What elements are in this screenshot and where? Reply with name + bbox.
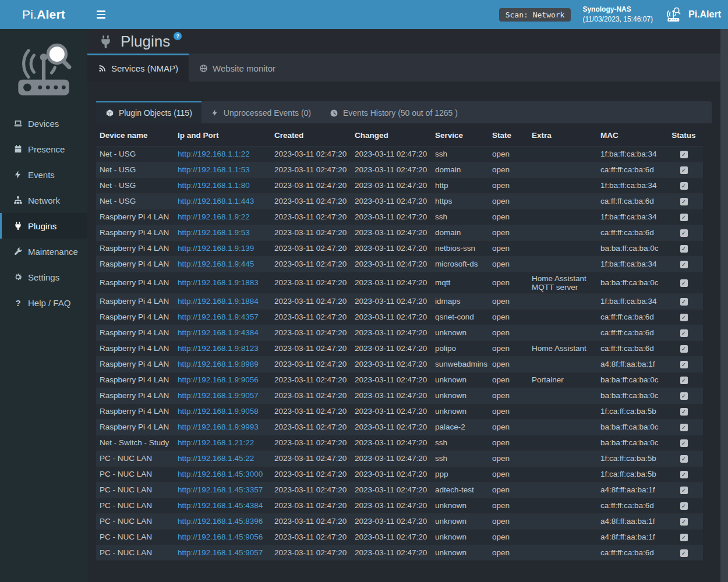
table-row[interactable]: Raspberry Pi 4 LAN http://192.168.1.9:18… (96, 293, 703, 309)
ip-port-link[interactable]: http://192.168.1.9:8989 (178, 360, 259, 368)
status-checkbox[interactable]: ✓ (680, 439, 688, 447)
status-checkbox[interactable]: ✓ (680, 377, 688, 384)
status-checkbox[interactable]: ✓ (680, 261, 688, 268)
cell-created: 2023-03-11 02:47:20 (271, 545, 351, 560)
ip-port-link[interactable]: http://192.168.1.9:445 (178, 260, 254, 268)
ip-port-link[interactable]: http://192.168.1.21:22 (178, 438, 254, 447)
status-checkbox[interactable]: ✓ (680, 345, 688, 353)
ip-port-link[interactable]: http://192.168.1.9:139 (178, 244, 254, 253)
table-row[interactable]: Raspberry Pi 4 LAN http://192.168.1.9:90… (96, 403, 703, 419)
status-checkbox[interactable]: ✓ (680, 166, 688, 174)
status-checkbox[interactable]: ✓ (680, 151, 688, 158)
status-checkbox[interactable]: ✓ (680, 279, 688, 287)
table-row[interactable]: Net - USG http://192.168.1.1:53 2023-03-… (96, 162, 703, 178)
help-badge[interactable]: ? (174, 32, 182, 40)
table-row[interactable]: Raspberry Pi 4 LAN http://192.168.1.9:44… (96, 256, 703, 272)
ip-port-link[interactable]: http://192.168.1.9:1883 (178, 278, 259, 287)
table-row[interactable]: PC - NUC LAN http://192.168.1.45:4384 20… (96, 498, 703, 513)
ip-port-link[interactable]: http://192.168.1.45:3000 (178, 470, 263, 478)
sidebar-item-devices[interactable]: Devices (0, 111, 87, 136)
status-checkbox[interactable]: ✓ (680, 534, 688, 541)
status-checkbox[interactable]: ✓ (680, 549, 688, 557)
brand-link[interactable]: Pi.Alert (665, 6, 721, 23)
table-row[interactable]: Net - USG http://192.168.1.1:22 2023-03-… (96, 146, 703, 162)
table-row[interactable]: Net - USG http://192.168.1.1:80 2023-03-… (96, 178, 703, 193)
status-checkbox[interactable]: ✓ (680, 518, 688, 526)
sidebar-item-network[interactable]: Network (0, 187, 87, 213)
ip-port-link[interactable]: http://192.168.1.9:53 (178, 228, 250, 237)
sidebar-item-help-faq[interactable]: ? Help / FAQ (0, 290, 87, 315)
status-checkbox[interactable]: ✓ (680, 392, 688, 400)
status-checkbox[interactable]: ✓ (680, 229, 688, 237)
table-row[interactable]: Raspberry Pi 4 LAN http://192.168.1.9:53… (96, 225, 703, 240)
table-row[interactable]: Raspberry Pi 4 LAN http://192.168.1.9:43… (96, 309, 703, 325)
table-row[interactable]: Raspberry Pi 4 LAN http://192.168.1.9:43… (96, 325, 703, 340)
sidebar-item-settings[interactable]: Settings (0, 264, 87, 290)
status-checkbox[interactable]: ✓ (680, 487, 688, 494)
status-checkbox[interactable]: ✓ (680, 408, 688, 416)
ip-port-link[interactable]: http://192.168.1.45:22 (178, 454, 254, 463)
table-row[interactable]: PC - NUC LAN http://192.168.1.45:3000 20… (96, 466, 703, 482)
subtab-events-history[interactable]: Events History (50 out of 1265 ) (320, 101, 467, 123)
ip-port-link[interactable]: http://192.168.1.9:22 (178, 212, 250, 221)
ip-port-link[interactable]: http://192.168.1.1:22 (178, 150, 250, 158)
table-row[interactable]: Raspberry Pi 4 LAN http://192.168.1.9:99… (96, 419, 703, 435)
table-row[interactable]: Raspberry Pi 4 LAN http://192.168.1.9:18… (96, 272, 703, 293)
status-checkbox[interactable]: ✓ (680, 198, 688, 205)
status-checkbox[interactable]: ✓ (680, 361, 688, 368)
sidebar-toggle-button[interactable] (87, 0, 114, 29)
table-row[interactable]: PC - NUC LAN http://192.168.1.45:9057 20… (96, 545, 703, 560)
table-row[interactable]: Net - Switch - Study http://192.168.1.21… (96, 435, 703, 450)
ip-port-link[interactable]: http://192.168.1.9:9056 (178, 375, 259, 384)
status-checkbox[interactable]: ✓ (680, 455, 688, 463)
ip-port-link[interactable]: http://192.168.1.9:9058 (178, 407, 259, 416)
ip-port-link[interactable]: http://192.168.1.45:9057 (178, 548, 263, 557)
status-checkbox[interactable]: ✓ (680, 502, 688, 510)
subtab-plugin-objects[interactable]: Plugin Objects (115) (96, 101, 202, 123)
vertical-scrollbar[interactable] (720, 29, 728, 582)
table-row[interactable]: PC - NUC LAN http://192.168.1.45:9056 20… (96, 529, 703, 545)
ip-port-link[interactable]: http://192.168.1.45:9056 (178, 533, 263, 541)
ip-port-link[interactable]: http://192.168.1.45:4384 (178, 501, 263, 510)
tab-services-nmap[interactable]: Services (NMAP) (87, 54, 189, 81)
ip-port-link[interactable]: http://192.168.1.9:4357 (178, 313, 259, 321)
table-row[interactable]: Net - USG http://192.168.1.1:443 2023-03… (96, 193, 703, 209)
sidebar-item-plugins[interactable]: Plugins (0, 213, 87, 239)
ip-port-link[interactable]: http://192.168.1.9:1884 (178, 297, 259, 306)
table-row[interactable]: PC - NUC LAN http://192.168.1.45:22 2023… (96, 450, 703, 466)
table-row[interactable]: Raspberry Pi 4 LAN http://192.168.1.9:81… (96, 340, 703, 356)
status-checkbox[interactable]: ✓ (680, 245, 688, 253)
app-logo[interactable]: Pi.Alert (0, 0, 87, 29)
table-row[interactable]: Raspberry Pi 4 LAN http://192.168.1.9:13… (96, 240, 703, 256)
cell-mac: a4:8f:ff:aa:ba:1f (597, 356, 665, 372)
table-row[interactable]: PC - NUC LAN http://192.168.1.45:3357 20… (96, 482, 703, 498)
ip-port-link[interactable]: http://192.168.1.1:443 (178, 197, 254, 205)
status-checkbox[interactable]: ✓ (680, 298, 688, 306)
table-row[interactable]: Raspberry Pi 4 LAN http://192.168.1.9:90… (96, 388, 703, 403)
ip-port-link[interactable]: http://192.168.1.9:4384 (178, 328, 259, 337)
cell-service: ssh (432, 209, 489, 225)
ip-port-link[interactable]: http://192.168.1.1:53 (178, 165, 250, 174)
table-row[interactable]: Raspberry Pi 4 LAN http://192.168.1.9:90… (96, 372, 703, 388)
ip-port-link[interactable]: http://192.168.1.45:3357 (178, 485, 263, 494)
sidebar-item-maintenance[interactable]: Maintenance (0, 239, 87, 264)
ip-port-link[interactable]: http://192.168.1.9:8123 (178, 344, 259, 353)
subtab-unprocessed-events[interactable]: Unprocessed Events (0) (202, 101, 320, 123)
status-checkbox[interactable]: ✓ (680, 314, 688, 321)
cell-device-name: Net - USG (96, 193, 174, 209)
status-checkbox[interactable]: ✓ (680, 471, 688, 478)
tab-website-monitor[interactable]: Website monitor (189, 54, 286, 81)
sidebar-item-presence[interactable]: Presence (0, 136, 87, 162)
ip-port-link[interactable]: http://192.168.1.9:9993 (178, 423, 259, 431)
table-row[interactable]: PC - NUC LAN http://192.168.1.45:8396 20… (96, 513, 703, 529)
ip-port-link[interactable]: http://192.168.1.1:80 (178, 181, 250, 190)
status-checkbox[interactable]: ✓ (680, 182, 688, 190)
table-row[interactable]: Raspberry Pi 4 LAN http://192.168.1.9:89… (96, 356, 703, 372)
status-checkbox[interactable]: ✓ (680, 424, 688, 431)
ip-port-link[interactable]: http://192.168.1.9:9057 (178, 391, 259, 400)
ip-port-link[interactable]: http://192.168.1.45:8396 (178, 517, 263, 526)
sidebar-item-events[interactable]: Events (0, 162, 87, 187)
table-row[interactable]: Raspberry Pi 4 LAN http://192.168.1.9:22… (96, 209, 703, 225)
status-checkbox[interactable]: ✓ (680, 214, 688, 221)
status-checkbox[interactable]: ✓ (680, 329, 688, 337)
